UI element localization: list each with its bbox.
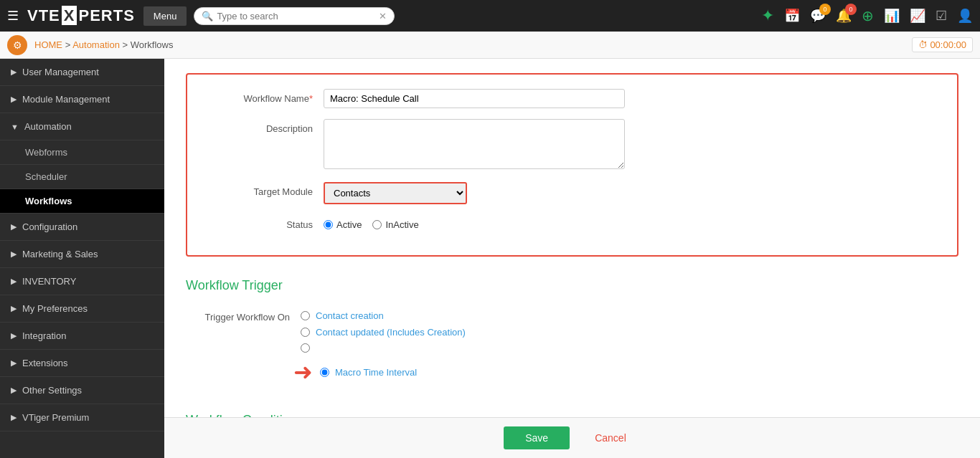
workflow-trigger-section: Workflow Trigger Trigger Workflow On Con… (186, 278, 958, 391)
sidebar-item-label: Automation (24, 121, 72, 132)
workflow-name-input[interactable] (324, 89, 625, 108)
trigger-option-label-macro: Macro Time Interval (335, 367, 417, 378)
target-module-label: Target Module (209, 182, 324, 197)
description-label: Description (209, 119, 324, 134)
chevron-right-icon: ▶ (11, 304, 17, 313)
chevron-right-icon: ▶ (11, 358, 17, 368)
sidebar-item-label: Module Management (22, 94, 110, 105)
workflow-name-row: Workflow Name* (209, 89, 936, 108)
timer: ⏱ 00:00:00 (912, 37, 973, 52)
chevron-right-icon: ▶ (11, 222, 17, 232)
alerts-badge: 0 (845, 4, 857, 15)
sidebar-item-extensions[interactable]: ▶ Extensions (0, 350, 164, 377)
chevron-right-icon: ▶ (11, 277, 17, 286)
trigger-radio-contact-creation[interactable] (301, 311, 310, 320)
sub-header: ⚙ HOME > Automation > Workflows ⏱ 00:00:… (0, 32, 980, 59)
required-indicator: * (309, 93, 313, 104)
search-clear-icon[interactable]: ✕ (379, 11, 387, 22)
settings-icon[interactable]: ⚙ (7, 35, 27, 55)
sidebar-item-module-management[interactable]: ▶ Module Management (0, 86, 164, 113)
sidebar-item-inventory[interactable]: ▶ INVENTORY (0, 268, 164, 295)
logo: VTEXPERTS (26, 6, 136, 25)
sidebar-item-label: Integration (22, 330, 66, 341)
workflow-form-box: Workflow Name* Description (186, 73, 958, 257)
trigger-option-blank (301, 343, 466, 353)
messages-badge: 0 (819, 4, 831, 15)
sidebar-item-other-settings[interactable]: ▶ Other Settings (0, 377, 164, 404)
tasks-icon[interactable]: ☑ (936, 8, 947, 24)
status-active-label[interactable]: Active (324, 219, 362, 230)
sidebar-item-label: Configuration (22, 221, 77, 232)
logo-x: X (62, 6, 77, 25)
sidebar-item-marketing-sales[interactable]: ▶ Marketing & Sales (0, 241, 164, 268)
alerts-icon[interactable]: 🔔 0 (836, 8, 852, 24)
status-label: Status (209, 215, 324, 230)
sidebar-item-my-preferences[interactable]: ▶ My Preferences (0, 295, 164, 323)
workflow-trigger-title: Workflow Trigger (186, 278, 958, 293)
chevron-right-icon: ▶ (11, 386, 17, 395)
chevron-right-icon: ▶ (11, 413, 17, 422)
search-icon: 🔍 (202, 11, 213, 22)
breadcrumb-sep2: > (123, 39, 131, 50)
trigger-radio-contact-updated[interactable] (301, 328, 310, 337)
trigger-options-wrapper: Contact creation Contact updated (Includ… (301, 307, 466, 391)
status-inactive-label[interactable]: InActive (372, 219, 418, 230)
breadcrumb-home[interactable]: HOME (34, 39, 62, 50)
sidebar-subitem-scheduler[interactable]: Scheduler (0, 165, 164, 189)
sidebar-item-label: VTiger Premium (22, 412, 89, 423)
arrow-row: ➜ Macro Time Interval (301, 358, 466, 386)
status-row: Status Active InActive (209, 215, 936, 230)
trigger-row: Trigger Workflow On Contact creation Con… (186, 307, 958, 391)
sidebar-item-user-management[interactable]: ▶ User Management (0, 59, 164, 86)
chevron-right-icon: ▶ (11, 249, 17, 259)
target-module-select[interactable]: Contacts Leads Accounts Opportunities (324, 182, 467, 204)
sidebar-subitem-label: Scheduler (25, 171, 67, 182)
trigger-option-contact-creation: Contact creation (301, 310, 466, 321)
add-icon[interactable]: ⊕ (862, 7, 874, 24)
sidebar-subitem-workflows[interactable]: Workflows (0, 189, 164, 214)
sidebar-item-label: User Management (22, 67, 99, 77)
sidebar-item-integration[interactable]: ▶ Integration (0, 323, 164, 350)
user-icon[interactable]: 👤 (957, 8, 973, 24)
description-row: Description (209, 119, 936, 171)
chevron-right-icon: ▶ (11, 95, 17, 104)
sidebar-item-label: Other Settings (22, 385, 82, 396)
analytics-icon[interactable]: 📈 (910, 8, 925, 24)
description-textarea[interactable] (324, 119, 625, 169)
trigger-label: Trigger Workflow On (186, 307, 301, 323)
sidebar-item-vtiger-premium[interactable]: ▶ VTiger Premium (0, 404, 164, 431)
calendar-icon[interactable]: 📅 (784, 8, 800, 24)
trigger-option-macro: Macro Time Interval (320, 367, 417, 378)
hamburger-icon[interactable]: ☰ (7, 8, 19, 24)
search-input[interactable] (217, 11, 379, 22)
breadcrumb-automation[interactable]: Automation (72, 39, 120, 50)
sidebar-item-label: Extensions (22, 358, 68, 368)
vtiger-icon[interactable]: ✦ (761, 6, 774, 25)
chevron-right-icon: ▶ (11, 331, 17, 340)
breadcrumb-sep1: > (65, 39, 71, 50)
sidebar-subitem-webforms[interactable]: Webforms (0, 140, 164, 165)
content-area: Workflow Name* Description (164, 59, 980, 417)
sidebar-item-configuration[interactable]: ▶ Configuration (0, 214, 164, 241)
trigger-radio-blank[interactable] (301, 343, 310, 353)
workflow-name-label: Workflow Name* (209, 89, 324, 104)
main-layout: ▶ User Management ▶ Module Management ▼ … (0, 59, 980, 458)
sidebar-subitem-label: Webforms (25, 147, 67, 158)
status-inactive-radio[interactable] (372, 220, 382, 229)
status-active-radio[interactable] (324, 220, 333, 229)
messages-icon[interactable]: 💬 0 (810, 8, 826, 24)
trigger-option-label-contact-updated: Contact updated (Includes Creation) (316, 327, 466, 338)
sidebar-item-automation[interactable]: ▼ Automation (0, 113, 164, 140)
chevron-down-icon: ▼ (11, 123, 19, 131)
trigger-radio-macro[interactable] (320, 368, 329, 377)
breadcrumb-current: Workflows (131, 39, 174, 50)
timer-value: 00:00:00 (930, 39, 966, 50)
menu-button[interactable]: Menu (143, 6, 187, 26)
cancel-button[interactable]: Cancel (580, 426, 641, 449)
trigger-option-label-contact-creation: Contact creation (316, 310, 384, 321)
chevron-right-icon: ▶ (11, 67, 17, 77)
reports-icon[interactable]: 📊 (884, 8, 900, 24)
status-inactive-text: InActive (385, 219, 418, 230)
save-button[interactable]: Save (504, 426, 570, 449)
status-input-wrapper: Active InActive (324, 215, 625, 230)
